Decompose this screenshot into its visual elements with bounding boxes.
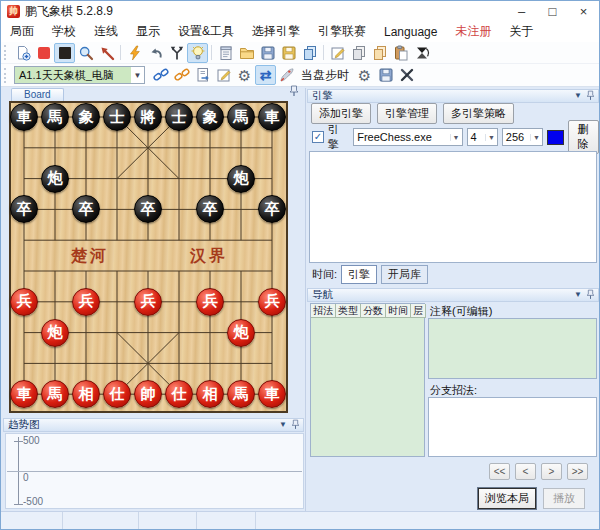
maximize-button[interactable]: □	[537, 1, 568, 21]
chess-piece[interactable]: 馬	[227, 103, 255, 131]
chess-piece[interactable]: 仕	[103, 380, 131, 408]
next-move-button[interactable]: >	[541, 463, 562, 480]
delete-engine-button[interactable]: 删除	[568, 120, 599, 154]
chess-piece[interactable]: 兵	[134, 288, 162, 316]
chess-piece[interactable]: 士	[165, 103, 193, 131]
add-engine-button[interactable]: 添加引擎	[311, 103, 371, 124]
chess-piece[interactable]: 車	[10, 103, 38, 131]
menu-item-0[interactable]: 局面	[1, 23, 43, 40]
menu-item-5[interactable]: 选择引擎	[243, 23, 309, 40]
chevron-down-icon[interactable]: ▼	[450, 134, 462, 141]
chess-piece[interactable]: 兵	[10, 288, 38, 316]
doc-export-icon[interactable]	[192, 65, 213, 85]
flip-board-icon[interactable]	[411, 43, 432, 63]
menu-item-2[interactable]: 连线	[85, 23, 127, 40]
chess-piece[interactable]: 士	[103, 103, 131, 131]
chevron-down-icon[interactable]: ▼	[279, 421, 287, 429]
chess-piece[interactable]: 馬	[227, 380, 255, 408]
menu-item-3[interactable]: 显示	[127, 23, 169, 40]
menu-item-6[interactable]: 引擎联赛	[309, 23, 375, 40]
zoom-icon[interactable]	[75, 43, 96, 63]
chess-piece[interactable]: 卒	[258, 195, 286, 223]
cores-select[interactable]: 4 ▼	[467, 128, 498, 146]
save-icon[interactable]	[375, 65, 396, 85]
toolbar-grip[interactable]	[4, 45, 8, 60]
chess-piece[interactable]: 車	[258, 103, 286, 131]
board-tab[interactable]: Board	[11, 88, 64, 101]
variation-fork-icon[interactable]	[166, 43, 187, 63]
chess-piece[interactable]: 相	[72, 380, 100, 408]
chess-piece[interactable]: 象	[72, 103, 100, 131]
tab-opening-book[interactable]: 开局库	[381, 265, 428, 284]
edit-icon[interactable]	[213, 65, 234, 85]
preset-combobox[interactable]: A1.1天天象棋_电脑 ▼	[14, 66, 145, 84]
swap-arrows-icon[interactable]: ⇄	[255, 65, 276, 85]
menu-item-9[interactable]: 关于	[500, 23, 542, 40]
comment-editor[interactable]	[428, 318, 597, 379]
chess-piece[interactable]: 仕	[165, 380, 193, 408]
pin-icon[interactable]	[587, 90, 594, 103]
toolbar-grip[interactable]	[4, 68, 8, 83]
moves-col-2[interactable]: 分数	[361, 304, 386, 318]
menu-item-4[interactable]: 设置&工具	[169, 23, 243, 40]
browse-game-button[interactable]: 浏览本局	[478, 488, 536, 509]
lightning-icon[interactable]	[124, 43, 145, 63]
link-blue-icon[interactable]	[150, 65, 171, 85]
copy-docs-icon[interactable]	[348, 43, 369, 63]
chess-piece[interactable]: 卒	[72, 195, 100, 223]
moves-table[interactable]: 招法类型分数时间层	[310, 303, 425, 457]
copy-docs-orange-icon[interactable]	[369, 43, 390, 63]
gear-icon[interactable]: ⚙	[234, 65, 255, 85]
edit-icon[interactable]	[327, 43, 348, 63]
copy-blue-icon[interactable]	[299, 43, 320, 63]
engine-select[interactable]: FreeChess.exe ▼	[353, 128, 462, 146]
chess-piece[interactable]: 炮	[41, 165, 69, 193]
new-position-icon[interactable]	[12, 43, 33, 63]
chess-piece[interactable]: 將	[134, 103, 162, 131]
tools-icon[interactable]	[396, 65, 417, 85]
tab-engine[interactable]: 引擎	[341, 265, 377, 284]
pin-icon[interactable]	[587, 289, 594, 302]
multi-engine-strategy-button[interactable]: 多引擎策略	[443, 103, 514, 124]
engine-manage-button[interactable]: 引擎管理	[377, 103, 437, 124]
black-square-icon[interactable]	[54, 43, 75, 63]
chess-piece[interactable]: 兵	[196, 288, 224, 316]
gear-icon[interactable]: ⚙	[354, 65, 375, 85]
engine-enabled-checkbox[interactable]: ✓	[312, 131, 324, 143]
save-icon[interactable]	[257, 43, 278, 63]
hash-select[interactable]: 256 ▼	[502, 128, 543, 146]
prev-move-button[interactable]: <	[515, 463, 536, 480]
close-button[interactable]: ×	[568, 1, 599, 21]
chevron-down-icon[interactable]: ▼	[485, 134, 497, 141]
chess-piece[interactable]: 馬	[41, 103, 69, 131]
chess-piece[interactable]: 卒	[134, 195, 162, 223]
menu-item-1[interactable]: 学校	[43, 23, 85, 40]
chevron-down-icon[interactable]: ▼	[574, 291, 582, 299]
moves-col-4[interactable]: 层	[411, 304, 426, 318]
pin-icon[interactable]	[290, 83, 298, 101]
moves-col-3[interactable]: 时间	[386, 304, 411, 318]
hint-bulb-icon[interactable]	[187, 43, 208, 63]
moves-col-0[interactable]: 招法	[311, 304, 336, 318]
undo-icon[interactable]	[145, 43, 166, 63]
chess-piece[interactable]: 炮	[227, 319, 255, 347]
pin-icon[interactable]	[292, 419, 299, 432]
chess-piece[interactable]: 車	[258, 380, 286, 408]
chess-piece[interactable]: 卒	[10, 195, 38, 223]
chess-piece[interactable]: 兵	[72, 288, 100, 316]
chess-piece[interactable]: 炮	[227, 165, 255, 193]
play-button[interactable]: 播放	[543, 488, 585, 509]
chess-piece[interactable]: 兵	[258, 288, 286, 316]
engine-output-area[interactable]	[309, 151, 597, 263]
panel-splitter[interactable]	[305, 88, 306, 511]
last-move-button[interactable]: >>	[567, 463, 588, 480]
chess-piece[interactable]: 馬	[41, 380, 69, 408]
notepad-icon[interactable]	[215, 43, 236, 63]
engine-color-swatch[interactable]	[547, 130, 564, 145]
branch-moves-box[interactable]	[428, 397, 597, 457]
chevron-down-icon[interactable]: ▼	[530, 134, 542, 141]
chess-piece[interactable]: 帥	[134, 380, 162, 408]
chevron-down-icon[interactable]: ▼	[131, 71, 144, 80]
save-all-icon[interactable]	[278, 43, 299, 63]
xiangqi-board[interactable]: 車馬象士將士象馬車炮炮卒卒卒卒卒兵兵兵兵兵炮炮車馬相仕帥仕相馬車 楚河 汉界	[9, 101, 288, 413]
